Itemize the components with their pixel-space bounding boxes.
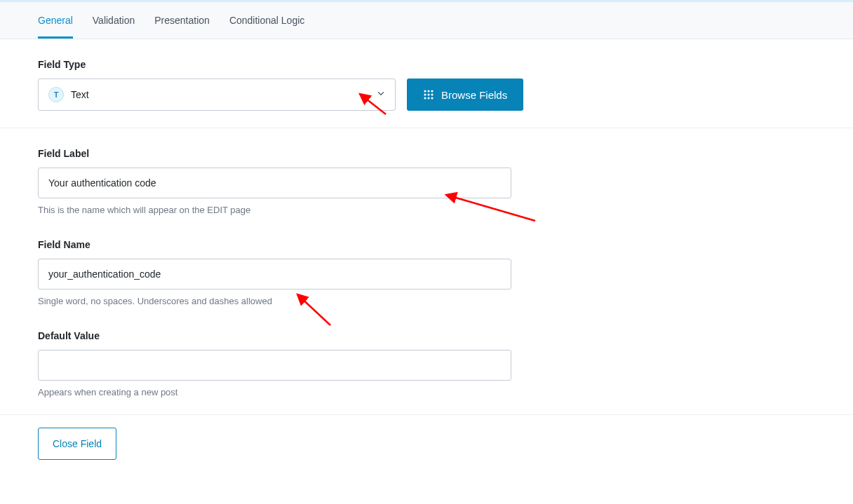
browse-fields-button[interactable]: Browse Fields <box>407 79 523 111</box>
field-type-select[interactable]: T Text <box>38 79 396 111</box>
svg-point-6 <box>424 97 426 99</box>
svg-point-8 <box>431 97 433 99</box>
svg-point-2 <box>431 90 433 92</box>
grid-icon <box>423 89 434 100</box>
field-label-label: Field Label <box>38 148 815 159</box>
field-name-input[interactable] <box>38 259 511 290</box>
field-settings-panel: General Validation Presentation Conditio… <box>0 0 853 474</box>
close-field-button[interactable]: Close Field <box>38 428 116 460</box>
field-type-row: T Text Browse Fields <box>38 79 815 111</box>
field-label-group: Field Label This is the name which will … <box>38 148 815 215</box>
browse-fields-label: Browse Fields <box>441 89 507 101</box>
text-type-icon: T <box>48 87 64 102</box>
field-label-hint: This is the name which will appear on th… <box>38 205 815 215</box>
tab-validation[interactable]: Validation <box>93 3 135 39</box>
field-type-selected-value: Text <box>71 89 89 100</box>
default-value-hint: Appears when creating a new post <box>38 387 815 397</box>
footer-section: Close Field <box>0 414 853 474</box>
tab-general[interactable]: General <box>38 3 73 39</box>
svg-point-7 <box>427 97 429 99</box>
tab-presentation[interactable]: Presentation <box>154 3 210 39</box>
field-name-group: Field Name Single word, no spaces. Under… <box>38 239 815 306</box>
chevron-down-icon <box>376 89 386 101</box>
svg-point-1 <box>427 90 429 92</box>
field-type-section: Field Type T Text <box>0 39 853 128</box>
svg-point-3 <box>424 93 426 95</box>
settings-tabbar: General Validation Presentation Conditio… <box>0 2 853 39</box>
svg-point-4 <box>427 93 429 95</box>
svg-point-5 <box>431 93 433 95</box>
field-name-label: Field Name <box>38 239 815 250</box>
default-value-label: Default Value <box>38 330 815 341</box>
tab-conditional-logic[interactable]: Conditional Logic <box>229 3 304 39</box>
default-value-input[interactable] <box>38 350 511 381</box>
field-type-label: Field Type <box>38 59 815 70</box>
default-value-group: Default Value Appears when creating a ne… <box>38 330 815 397</box>
field-label-input[interactable] <box>38 168 511 198</box>
field-type-select-wrap: T Text <box>38 79 396 111</box>
field-inputs-section: Field Label This is the name which will … <box>0 128 853 414</box>
svg-point-0 <box>424 90 426 92</box>
field-name-hint: Single word, no spaces. Underscores and … <box>38 296 815 306</box>
